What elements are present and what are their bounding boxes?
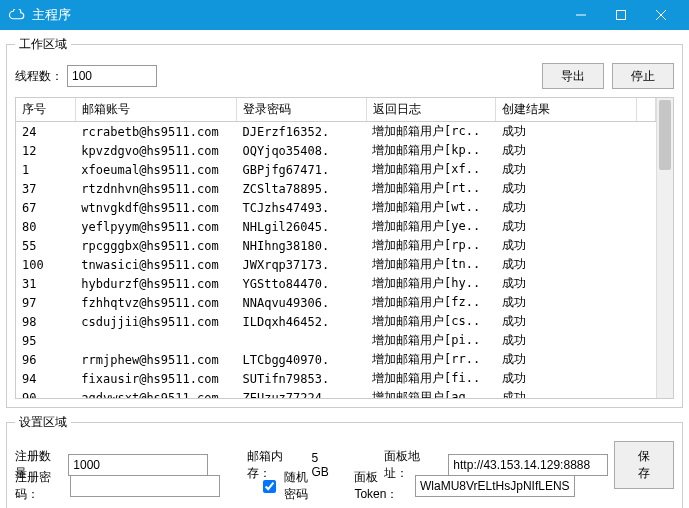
minimize-button[interactable] (561, 0, 601, 30)
settings-area-group: 设置区域 注册数量 邮箱内存： 5 GB 面板地址： 保存 注册密码： 随机密码… (6, 414, 683, 508)
cell-pwd: ILDqxh46452. (237, 312, 367, 331)
cell-pwd: NNAqvu49306. (237, 293, 367, 312)
cell-email: tnwasici@hs9511.com (75, 255, 236, 274)
random-pwd-label: 随机密码 (284, 469, 320, 503)
col-res[interactable]: 创建结果 (496, 98, 636, 122)
scrollbar-thumb[interactable] (659, 100, 671, 170)
cell-res: 成功 (496, 179, 636, 198)
col-spacer (636, 98, 655, 122)
vertical-scrollbar[interactable] (656, 98, 673, 398)
col-email[interactable]: 邮箱账号 (75, 98, 236, 122)
panel-addr-input[interactable] (448, 454, 608, 476)
cell-res: 成功 (496, 198, 636, 217)
close-button[interactable] (641, 0, 681, 30)
cell-log: 增加邮箱用户[rp.. (366, 236, 496, 255)
cell-log: 增加邮箱用户[ye.. (366, 217, 496, 236)
table-row[interactable]: 31hybdurzf@hs9511.comYGStto84470.增加邮箱用户[… (16, 274, 656, 293)
reg-count-input[interactable] (68, 454, 208, 476)
cell-seq: 1 (16, 160, 75, 179)
reg-pwd-input[interactable] (70, 475, 220, 497)
cell-email: rcrabetb@hs9511.com (75, 122, 236, 142)
col-pwd[interactable]: 登录密码 (237, 98, 367, 122)
table-row[interactable]: 55rpcgggbx@hs9511.comNHIhng38180.增加邮箱用户[… (16, 236, 656, 255)
cell-res: 成功 (496, 350, 636, 369)
cell-log: 增加邮箱用户[rt.. (366, 179, 496, 198)
table-row[interactable]: 12kpvzdgvo@hs9511.comOQYjqo35408.增加邮箱用户[… (16, 141, 656, 160)
table-row[interactable]: 67wtnvgkdf@hs9511.comTCJzhs47493.增加邮箱用户[… (16, 198, 656, 217)
cell-seq: 90 (16, 388, 75, 398)
cell-pwd: JWXrqp37173. (237, 255, 367, 274)
cell-res: 成功 (496, 122, 636, 142)
table-row[interactable]: 1xfoeumal@hs9511.comGBPjfg67471.增加邮箱用户[x… (16, 160, 656, 179)
cell-res: 成功 (496, 293, 636, 312)
cell-res: 成功 (496, 236, 636, 255)
cell-seq: 67 (16, 198, 75, 217)
cell-pwd: DJErzf16352. (237, 122, 367, 142)
table-row[interactable]: 90agdywsxt@hs9511.comZEUzuz77224.增加邮箱用户[… (16, 388, 656, 398)
cell-email: rpcgggbx@hs9511.com (75, 236, 236, 255)
cell-res: 成功 (496, 141, 636, 160)
cell-log: 增加邮箱用户[kp.. (366, 141, 496, 160)
cell-email: csdujjii@hs9511.com (75, 312, 236, 331)
svg-rect-1 (617, 11, 626, 20)
settings-area-legend: 设置区域 (15, 414, 71, 431)
table-row[interactable]: 98csdujjii@hs9511.comILDqxh46452.增加邮箱用户[… (16, 312, 656, 331)
save-button[interactable]: 保存 (614, 441, 674, 489)
cell-pwd: ZEUzuz77224. (237, 388, 367, 398)
cell-seq: 80 (16, 217, 75, 236)
col-seq[interactable]: 序号 (16, 98, 75, 122)
col-log[interactable]: 返回日志 (366, 98, 496, 122)
cell-seq: 31 (16, 274, 75, 293)
cell-log: 增加邮箱用户[hy.. (366, 274, 496, 293)
cell-log: 增加邮箱用户[rc.. (366, 122, 496, 142)
window-title: 主程序 (32, 6, 561, 24)
cell-pwd: ZCSlta78895. (237, 179, 367, 198)
cell-log: 增加邮箱用户[wt.. (366, 198, 496, 217)
panel-token-label: 面板Token： (354, 469, 405, 503)
cell-log: 增加邮箱用户[pi.. (366, 331, 496, 350)
export-button[interactable]: 导出 (542, 63, 604, 89)
cell-log: 增加邮箱用户[fz.. (366, 293, 496, 312)
cell-pwd: OQYjqo35408. (237, 141, 367, 160)
cell-pwd (237, 331, 367, 350)
table-row[interactable]: 100tnwasici@hs9511.comJWXrqp37173.增加邮箱用户… (16, 255, 656, 274)
cell-email: yeflpyym@hs9511.com (75, 217, 236, 236)
cell-email: fixausir@hs9511.com (75, 369, 236, 388)
cell-pwd: TCJzhs47493. (237, 198, 367, 217)
cell-pwd: GBPjfg67471. (237, 160, 367, 179)
cell-log: 增加邮箱用户[xf.. (366, 160, 496, 179)
cell-email: fzhhqtvz@hs9511.com (75, 293, 236, 312)
table-row[interactable]: 94fixausir@hs9511.comSUTifn79853.增加邮箱用户[… (16, 369, 656, 388)
table-row[interactable]: 97fzhhqtvz@hs9511.comNNAqvu49306.增加邮箱用户[… (16, 293, 656, 312)
work-area-group: 工作区域 线程数： 导出 停止 序号 邮箱账号 登录密码 返回日志 创建结果 (6, 36, 683, 408)
cell-email: hybdurzf@hs9511.com (75, 274, 236, 293)
table-row[interactable]: 80yeflpyym@hs9511.comNHLgil26045.增加邮箱用户[… (16, 217, 656, 236)
table-row[interactable]: 96rrmjphew@hs9511.comLTCbgg40970.增加邮箱用户[… (16, 350, 656, 369)
panel-token-input[interactable] (415, 475, 575, 497)
reg-pwd-label: 注册密码： (15, 469, 60, 503)
thread-count-input[interactable] (67, 65, 157, 87)
maximize-button[interactable] (601, 0, 641, 30)
cell-log: 增加邮箱用户[tn.. (366, 255, 496, 274)
cell-res: 成功 (496, 160, 636, 179)
table-row[interactable]: 24rcrabetb@hs9511.comDJErzf16352.增加邮箱用户[… (16, 122, 656, 142)
cell-res: 成功 (496, 369, 636, 388)
data-table-wrap: 序号 邮箱账号 登录密码 返回日志 创建结果 24rcrabetb@hs9511… (15, 97, 674, 399)
random-pwd-checkbox[interactable] (263, 480, 276, 493)
cell-pwd: NHLgil26045. (237, 217, 367, 236)
cell-pwd: LTCbgg40970. (237, 350, 367, 369)
table-row[interactable]: 95增加邮箱用户[pi..成功 (16, 331, 656, 350)
app-icon (8, 6, 26, 24)
table-row[interactable]: 37rtzdnhvn@hs9511.comZCSlta78895.增加邮箱用户[… (16, 179, 656, 198)
cell-res: 成功 (496, 388, 636, 398)
cell-seq: 96 (16, 350, 75, 369)
cell-seq: 97 (16, 293, 75, 312)
stop-button[interactable]: 停止 (612, 63, 674, 89)
cell-email: rrmjphew@hs9511.com (75, 350, 236, 369)
cell-res: 成功 (496, 312, 636, 331)
cell-log: 增加邮箱用户[rr.. (366, 350, 496, 369)
cell-res: 成功 (496, 274, 636, 293)
cell-seq: 94 (16, 369, 75, 388)
titlebar: 主程序 (0, 0, 689, 30)
cell-email: rtzdnhvn@hs9511.com (75, 179, 236, 198)
